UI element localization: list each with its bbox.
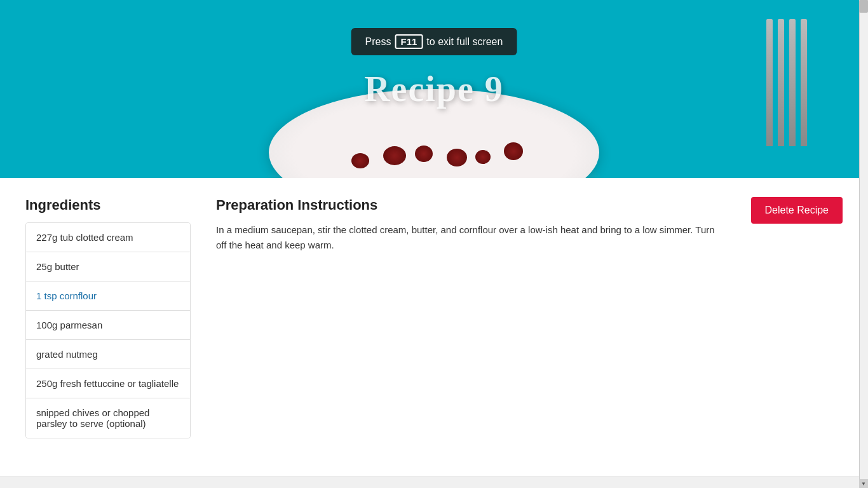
- actions-section: Delete Recipe: [751, 197, 843, 451]
- tooltip-suffix: to exit full screen: [426, 36, 503, 48]
- fork-tine: [789, 19, 796, 146]
- fullscreen-tooltip: Press F11 to exit full screen: [351, 28, 517, 55]
- ingredient-text: 1 tsp cornflour: [36, 290, 97, 301]
- food-decoration: [504, 142, 523, 160]
- delete-recipe-button[interactable]: Delete Recipe: [751, 197, 843, 224]
- ingredient-item: 25g butter: [26, 252, 190, 281]
- ingredients-section: Ingredients 227g tub clotted cream 25g b…: [25, 197, 191, 451]
- ingredient-text: 250g fresh fettuccine or tagliatelle: [36, 378, 179, 389]
- instructions-heading: Preparation Instructions: [216, 197, 726, 214]
- fork-decoration: [766, 13, 817, 178]
- ingredient-text: snipped chives or chopped parsley to ser…: [36, 407, 149, 429]
- ingredient-text: 227g tub clotted cream: [36, 232, 133, 243]
- vertical-scrollbar[interactable]: ▲ ▼: [859, 0, 868, 470]
- food-decoration: [415, 146, 433, 162]
- fork-tine: [801, 19, 807, 146]
- ingredient-text: 25g butter: [36, 261, 79, 272]
- scrollbar-thumb[interactable]: [859, 0, 868, 13]
- fork-tine: [766, 19, 773, 146]
- ingredient-text: 100g parmesan: [36, 320, 102, 330]
- instructions-text: In a medium saucepan, stir the clotted c…: [216, 222, 726, 253]
- ingredient-item: 1 tsp cornflour: [26, 281, 190, 311]
- food-decoration: [447, 149, 467, 166]
- tooltip-key: F11: [395, 34, 423, 49]
- fork-tine: [778, 19, 784, 146]
- tooltip-prefix: Press: [365, 36, 391, 48]
- main-content: Ingredients 227g tub clotted cream 25g b…: [0, 178, 868, 470]
- food-decoration: [383, 146, 406, 165]
- food-decoration: [351, 153, 369, 168]
- ingredients-heading: Ingredients: [25, 197, 191, 214]
- ingredient-item: 100g parmesan: [26, 311, 190, 340]
- instructions-section: Preparation Instructions In a medium sau…: [216, 197, 726, 451]
- ingredient-item: 227g tub clotted cream: [26, 223, 190, 252]
- ingredient-text: grated nutmeg: [36, 349, 98, 360]
- ingredient-item: snipped chives or chopped parsley to ser…: [26, 398, 190, 438]
- ingredient-item: 250g fresh fettuccine or tagliatelle: [26, 369, 190, 398]
- page-title: Recipe 9: [364, 69, 504, 109]
- ingredients-list: 227g tub clotted cream 25g butter 1 tsp …: [25, 222, 191, 438]
- ingredient-item: grated nutmeg: [26, 340, 190, 369]
- food-decoration: [475, 150, 491, 164]
- hero-section: Press F11 to exit full screen Recipe 9: [0, 0, 868, 178]
